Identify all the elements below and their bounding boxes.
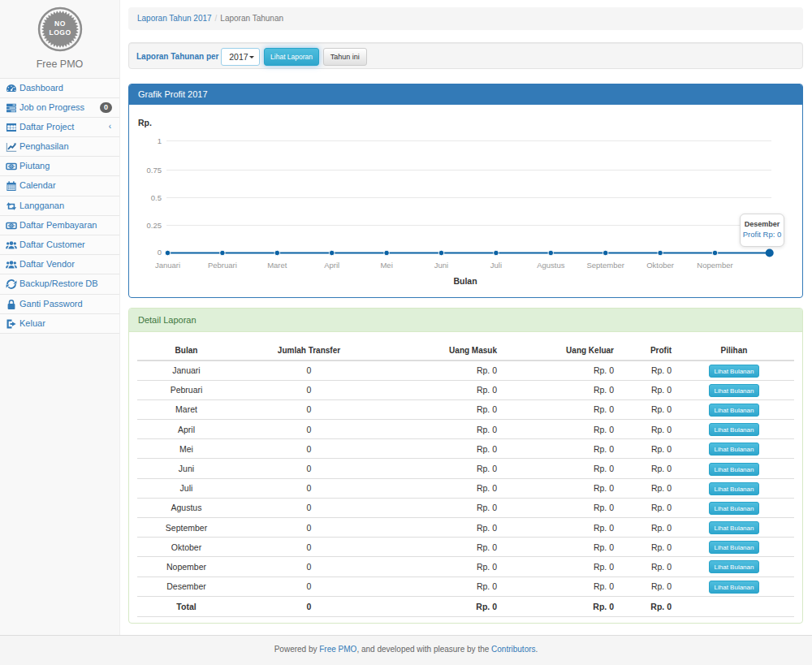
svg-text:Agustus: Agustus: [537, 261, 565, 270]
svg-text:Pebruari: Pebruari: [208, 261, 237, 270]
svg-text:Mei: Mei: [380, 261, 392, 270]
svg-text:April: April: [324, 261, 339, 270]
svg-text:NO: NO: [54, 19, 66, 28]
svg-text:Bulan: Bulan: [453, 276, 477, 286]
svg-text:0.5: 0.5: [151, 193, 162, 202]
svg-text:LOGO: LOGO: [49, 28, 71, 37]
svg-text:Maret: Maret: [267, 261, 287, 270]
svg-text:September: September: [586, 261, 624, 270]
svg-text:Juli: Juli: [490, 261, 502, 270]
svg-text:0: 0: [158, 248, 162, 257]
svg-text:Oktober: Oktober: [646, 261, 674, 270]
svg-text:Rp.: Rp.: [138, 118, 152, 127]
svg-text:Juni: Juni: [434, 261, 448, 270]
svg-text:0.75: 0.75: [147, 166, 162, 175]
svg-text:0.25: 0.25: [147, 221, 162, 230]
svg-text:1: 1: [158, 136, 162, 145]
svg-text:Januari: Januari: [155, 261, 180, 270]
svg-text:Nopember: Nopember: [697, 261, 732, 270]
